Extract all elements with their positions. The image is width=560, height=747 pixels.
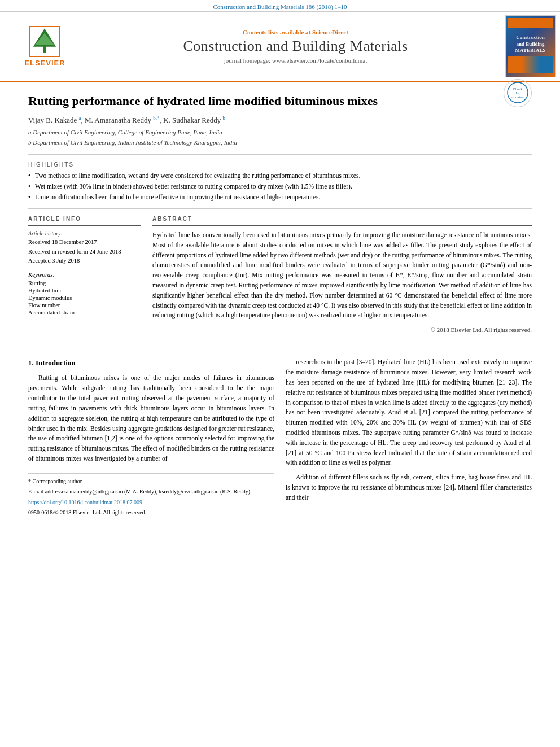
elsevier-logo-area: ELSEVIER	[0, 12, 90, 81]
affiliation-b: b Department of Civil Engineering, India…	[28, 138, 532, 147]
intro-para-3: Addition of different fillers such as fl…	[286, 473, 532, 503]
highlight-item-1: Two methods of lime modification, wet an…	[28, 171, 532, 180]
svg-rect-1	[43, 45, 47, 53]
abstract-text: Hydrated lime has conventionally been us…	[152, 230, 532, 321]
journal-homepage: journal homepage: www.elsevier.com/locat…	[224, 57, 367, 64]
highlight-item-3: Lime modification has been found to be m…	[28, 193, 532, 202]
keywords-section: Keywords: Rutting Hydrated lime Dynamic …	[28, 271, 141, 316]
article-info-abstract-section: ARTICLE INFO Article history: Received 1…	[28, 216, 532, 333]
page: Construction and Building Materials 186 …	[0, 0, 560, 747]
footnote-email: E-mail addresses: manreddy@iitkgp.ac.in …	[28, 487, 274, 496]
footnote-corresponding: * Corresponding author.	[28, 477, 274, 486]
keyword-1: Rutting	[28, 280, 141, 286]
journal-cover-area: Constructionand BuildingMATERIALS	[501, 12, 560, 81]
author-1: Vijay B. Kakade a	[28, 116, 81, 124]
cover-top-bar	[508, 18, 553, 28]
keyword-5: Accumulated strain	[28, 309, 141, 316]
abstract-inner-divider	[152, 225, 532, 226]
intro-para-2: researchers in the past [3–20]. Hydrated…	[286, 357, 532, 468]
journal-header-center: Contents lists available at ScienceDirec…	[90, 12, 501, 81]
footnote-area: * Corresponding author. E-mail addresses…	[28, 473, 274, 517]
body-content: 1. Introduction Rutting of bituminous mi…	[0, 357, 560, 518]
sciencedirect-name: ScienceDirect	[312, 29, 348, 36]
svg-text:updates: updates	[511, 95, 523, 99]
doi-link[interactable]: https://doi.org/10.1016/j.conbuildmat.20…	[28, 499, 142, 505]
elsevier-logo: ELSEVIER	[24, 26, 65, 67]
received-date: Received 18 December 2017	[28, 238, 141, 247]
journal-reference: Construction and Building Materials 186 …	[213, 3, 347, 10]
highlight-item-2: Wet mixes (with 30% lime in binder) show…	[28, 182, 532, 191]
article-content: Check for updates Rutting performance of…	[0, 82, 560, 339]
journal-header: ELSEVIER Contents lists available at Sci…	[0, 12, 560, 82]
authors-line: Vijay B. Kakade a, M. Amaranatha Reddy b…	[28, 115, 532, 125]
history-label: Article history:	[28, 230, 141, 237]
revised-date: Received in revised form 24 June 2018	[28, 248, 141, 256]
body-divider	[28, 348, 532, 348]
journal-title-header: Construction and Building Materials	[183, 38, 408, 55]
footnote-doi: https://doi.org/10.1016/j.conbuildmat.20…	[28, 498, 274, 507]
article-info-divider	[28, 208, 532, 209]
keyword-3: Dynamic modulus	[28, 295, 141, 301]
highlights-list: Two methods of lime modification, wet an…	[28, 171, 532, 202]
check-updates-badge: Check for updates	[504, 79, 532, 107]
footnote-issn: 0950-0618/© 2018 Elsevier Ltd. All right…	[28, 508, 274, 517]
copyright-text: © 2018 Elsevier Ltd. All rights reserved…	[152, 326, 532, 333]
svg-text:Check: Check	[513, 88, 523, 91]
article-title: Rutting performance of hydrated lime mod…	[28, 93, 532, 110]
body-col-left: 1. Introduction Rutting of bituminous mi…	[28, 357, 274, 518]
svg-text:for: for	[515, 91, 519, 95]
intro-title: 1. Introduction	[28, 357, 274, 369]
affiliation-a: a Department of Civil Engineering, Colle…	[28, 128, 532, 137]
author-2: M. Amaranatha Reddy b,*	[85, 116, 160, 124]
check-updates-icon: Check for updates	[506, 81, 529, 105]
keyword-2: Hydrated lime	[28, 287, 141, 294]
intro-para-1: Rutting of bituminous mixes is one of th…	[28, 373, 274, 464]
keyword-4: Flow number	[28, 302, 141, 308]
accepted-date: Accepted 3 July 2018	[28, 257, 141, 265]
cover-text: Constructionand BuildingMATERIALS	[508, 34, 553, 75]
highlights-label: HIGHLIGHTS	[28, 161, 532, 168]
article-info-label: ARTICLE INFO	[28, 216, 141, 222]
highlights-divider	[28, 154, 532, 155]
author-3: K. Sudhakar Reddy b	[163, 116, 225, 124]
keywords-label: Keywords:	[28, 271, 141, 278]
sciencedirect-link: Contents lists available at ScienceDirec…	[243, 29, 348, 36]
article-info-column: ARTICLE INFO Article history: Received 1…	[28, 216, 141, 333]
journal-cover-image: Constructionand BuildingMATERIALS	[505, 15, 556, 77]
elsevier-brand-label: ELSEVIER	[24, 59, 65, 67]
abstract-label: ABSTRACT	[152, 216, 532, 222]
article-info-inner-divider	[28, 225, 141, 226]
journal-top-bar: Construction and Building Materials 186 …	[0, 0, 560, 12]
elsevier-tree-icon	[28, 26, 62, 57]
body-col-right: researchers in the past [3–20]. Hydrated…	[286, 357, 532, 518]
abstract-column: ABSTRACT Hydrated lime has conventionall…	[152, 216, 532, 333]
footnote-email-text: E-mail addresses: manreddy@iitkgp.ac.in …	[28, 488, 252, 495]
